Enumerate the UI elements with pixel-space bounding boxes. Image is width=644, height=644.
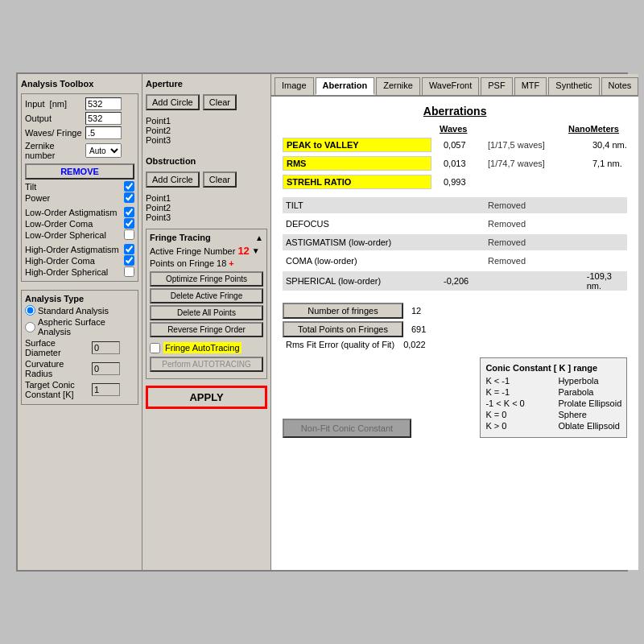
surface-diameter-row: Surface Diameter	[25, 338, 134, 357]
tab-wavefront[interactable]: WaveFront	[422, 77, 479, 95]
curvature-radius-field[interactable]	[92, 362, 120, 375]
conic-row-3: -1 < K < 0 Prolate Ellipsoid	[485, 398, 621, 408]
conic-desc-4: Sphere	[558, 410, 586, 419]
perform-autotracing-button[interactable]: Perform AUTOTRACING	[150, 357, 263, 372]
row-rms: RMS 0,013 [1/74,7 waves] 7,1 nm.	[283, 155, 627, 171]
delete-active-fringe-button[interactable]: Delete Active Fringe	[150, 288, 263, 303]
obstruction-point2: Point2	[146, 203, 267, 213]
aspheric-radio-row: Aspheric Surface Analysis	[25, 317, 134, 336]
obstruction-point1: Point1	[146, 193, 267, 203]
ho-coma-checkbox[interactable]	[124, 255, 134, 266]
power-checkbox[interactable]	[124, 192, 134, 203]
conic-table: Conic Constant [ K ] range K < -1 Hyperb…	[480, 357, 627, 438]
peak-valley-value: 0,057	[444, 140, 488, 150]
aperture-point3: Point3	[146, 135, 267, 145]
fit-conic-button[interactable]: Non-Fit Conic Constant	[283, 419, 411, 438]
total-points-value: 691	[411, 324, 426, 334]
astig-waves: Removed	[488, 237, 592, 247]
conic-k-5: K > 0	[485, 421, 550, 431]
tilt-name: TILT	[283, 199, 431, 212]
lo-astig-checkbox[interactable]	[124, 207, 134, 217]
standard-radio[interactable]	[25, 305, 35, 316]
waves-fringe-field[interactable]	[85, 126, 122, 139]
fringe-arrow-up[interactable]: ▲	[255, 233, 263, 242]
right-panel: Image Aberration Zernike WaveFront PSF M…	[271, 74, 638, 570]
tab-aberration[interactable]: Aberration	[316, 77, 375, 95]
total-points-row: Total Points on Fringes 691	[283, 321, 627, 337]
strehl-value: 0,993	[444, 177, 488, 187]
active-fringe-number: 12	[237, 245, 249, 257]
toolbox-title: Analysis Toolbox	[21, 79, 138, 89]
target-conic-field[interactable]	[92, 383, 120, 396]
rms-waves: [1/74,7 waves]	[488, 159, 592, 168]
col-headers: Waves NanoMeters	[283, 124, 627, 134]
aspheric-radio[interactable]	[25, 322, 35, 332]
aberrations-title: Aberrations	[283, 105, 627, 118]
surface-diameter-field[interactable]	[92, 341, 120, 354]
tilt-label: Tilt	[25, 182, 36, 192]
strehl-name: STREHL RATIO	[283, 175, 431, 189]
tab-image[interactable]: Image	[275, 77, 314, 95]
row-peak-valley: PEAK to VALLEY 0,057 [1/17,5 waves] 30,4…	[283, 137, 627, 153]
tab-zernike[interactable]: Zernike	[376, 77, 420, 95]
optimize-fringe-button[interactable]: Optimize Fringe Points	[150, 271, 263, 287]
astig-name: ASTIGMATISM (low-order)	[283, 236, 431, 249]
total-points-button[interactable]: Total Points on Fringes	[283, 321, 403, 337]
tabs-bar: Image Aberration Zernike WaveFront PSF M…	[271, 74, 638, 97]
reverse-fringe-order-button[interactable]: Reverse Fringe Order	[150, 322, 263, 337]
obstruction-clear-button[interactable]: Clear	[203, 171, 237, 188]
rms-fit-value: 0,022	[403, 340, 426, 349]
rms-name: RMS	[283, 156, 431, 171]
strehl-name-cell: STREHL RATIO	[283, 175, 444, 189]
output-field[interactable]	[85, 112, 122, 125]
middle-panel: Aperture Add Circle Clear Point1 Point2 …	[142, 74, 271, 570]
aperture-btn-row: Add Circle Clear	[146, 94, 267, 110]
waves-fringe-label: Waves/ Fringe	[25, 128, 83, 138]
delete-all-points-button[interactable]: Delete All Points	[150, 305, 263, 320]
defocus-waves: Removed	[488, 219, 592, 229]
remove-button[interactable]: REMOVE	[25, 163, 134, 180]
tab-psf[interactable]: PSF	[481, 77, 512, 95]
aperture-point1: Point1	[146, 116, 267, 126]
tab-notes[interactable]: Notes	[601, 77, 639, 95]
aperture-clear-button[interactable]: Clear	[203, 94, 237, 110]
ho-astig-checkbox[interactable]	[124, 244, 134, 254]
peak-valley-waves: [1/17,5 waves]	[488, 140, 592, 150]
row-tilt: TILT Removed	[283, 197, 627, 213]
aperture-add-circle-button[interactable]: Add Circle	[146, 94, 200, 110]
apply-button[interactable]: APPLY	[146, 386, 267, 409]
fringe-title: Fringe Tracing ▲	[150, 233, 263, 242]
autotracing-checkbox[interactable]	[150, 343, 160, 353]
ho-coma-label: High-Order Coma	[25, 256, 95, 266]
conic-k-1: K < -1	[485, 376, 550, 386]
plus-button[interactable]: +	[229, 258, 233, 268]
ho-astig-label: High-Order Astigmatism	[25, 245, 119, 254]
power-row: Power	[25, 192, 134, 203]
ho-coma-row: High-Order Coma	[25, 255, 134, 266]
num-fringes-button[interactable]: Number of fringes	[283, 303, 403, 319]
input-field[interactable]	[85, 97, 122, 110]
lo-spherical-row: Low-Order Spherical	[25, 229, 134, 240]
lo-spherical-checkbox[interactable]	[124, 229, 134, 240]
ho-spherical-checkbox[interactable]	[124, 266, 134, 277]
tab-mtf[interactable]: MTF	[514, 77, 547, 95]
zernike-select[interactable]: Auto	[85, 143, 122, 158]
spherical-name: SPHERICAL (low-order)	[283, 275, 431, 287]
points-on-fringe-value: 18	[217, 258, 226, 268]
rms-name-cell: RMS	[283, 156, 444, 171]
active-fringe-label: Active Fringe Number	[150, 246, 235, 256]
num-fringes-value: 12	[411, 306, 421, 316]
obstruction-title: Obstruction	[146, 156, 267, 166]
obstruction-add-circle-button[interactable]: Add Circle	[146, 171, 200, 188]
conic-row-1: K < -1 Hyperbola	[485, 376, 621, 386]
bottom-area: Non-Fit Conic Constant Conic Constant [ …	[283, 357, 627, 438]
peak-valley-nm: 30,4 nm.	[592, 140, 627, 150]
lo-coma-checkbox[interactable]	[124, 218, 134, 229]
tilt-name-cell: TILT	[283, 199, 444, 212]
obstruction-points: Point1 Point2 Point3	[146, 193, 267, 222]
rms-fit-label: Rms Fit Error (quality of Fit)	[286, 340, 394, 349]
tab-synthetic[interactable]: Synthetic	[548, 77, 599, 95]
tilt-checkbox[interactable]	[124, 181, 134, 192]
fringe-arrow-down[interactable]: ▼	[252, 246, 260, 255]
aperture-points: Point1 Point2 Point3	[146, 116, 267, 145]
